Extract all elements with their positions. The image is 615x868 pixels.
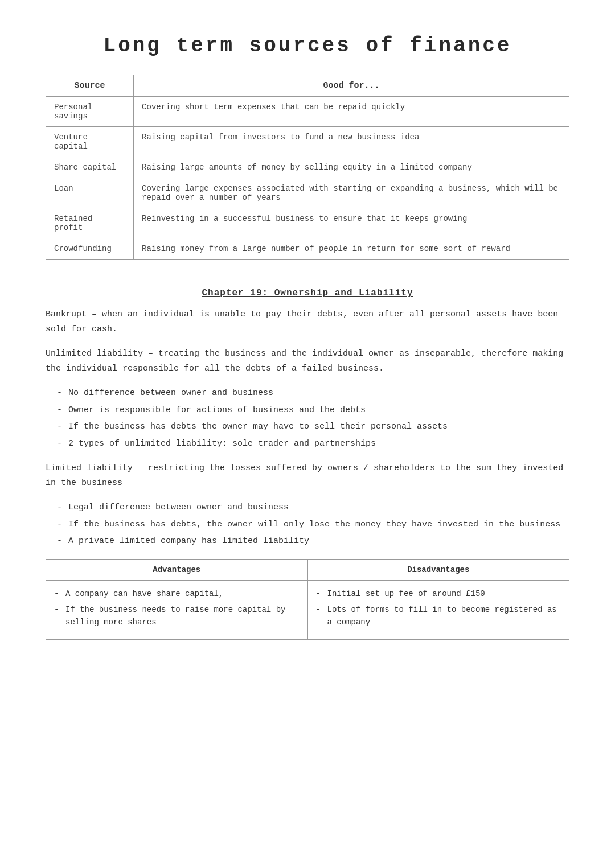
unlimited-liability-definition: Unlimited liability – treating the busin… [46, 347, 569, 376]
list-item: If the business has debts the owner may … [57, 419, 569, 434]
finance-goodfor-cell: Reinvesting in a successful business to … [134, 208, 569, 238]
list-item: Lots of forms to fill in to become regis… [316, 603, 561, 629]
list-item: Legal difference between owner and busin… [57, 500, 569, 515]
finance-table: Source Good for... Personal savingsCover… [46, 75, 569, 260]
list-item: A company can have share capital, [54, 587, 300, 600]
bankrupt-definition: Bankrupt – when an individual is unable … [46, 307, 569, 336]
limited-liability-bullets: Legal difference between owner and busin… [46, 500, 569, 549]
advantages-cell: A company can have share capital,If the … [46, 580, 308, 639]
finance-table-col1-header: Source [46, 75, 134, 97]
list-item: A private limited company has limited li… [57, 534, 569, 549]
advantages-disadvantages-table: Advantages Disadvantages A company can h… [46, 559, 569, 640]
finance-goodfor-cell: Covering short term expenses that can be… [134, 97, 569, 127]
finance-goodfor-cell: Raising capital from investors to fund a… [134, 127, 569, 157]
list-item: If the business has debts, the owner wil… [57, 517, 569, 532]
page-title: Long term sources of finance [46, 34, 569, 57]
chapter-title: Chapter 19: Ownership and Liability [46, 288, 569, 298]
finance-table-col2-header: Good for... [134, 75, 569, 97]
finance-goodfor-cell: Raising money from a large number of peo… [134, 238, 569, 260]
finance-table-row: CrowdfundingRaising money from a large n… [46, 238, 569, 260]
finance-table-row: Retained profitReinvesting in a successf… [46, 208, 569, 238]
list-item: 2 types of unlimited liability: sole tra… [57, 437, 569, 451]
finance-goodfor-cell: Covering large expenses associated with … [134, 178, 569, 208]
disadvantages-cell: Initial set up fee of around £150Lots of… [308, 580, 569, 639]
finance-source-cell: Crowdfunding [46, 238, 134, 260]
list-item: No difference between owner and business [57, 386, 569, 401]
finance-goodfor-cell: Raising large amounts of money by sellin… [134, 157, 569, 178]
finance-table-row: LoanCovering large expenses associated w… [46, 178, 569, 208]
finance-source-cell: Personal savings [46, 97, 134, 127]
finance-source-cell: Retained profit [46, 208, 134, 238]
advantages-header: Advantages [46, 559, 308, 580]
disadvantages-header: Disadvantages [308, 559, 569, 580]
unlimited-liability-bullets: No difference between owner and business… [46, 386, 569, 451]
limited-liability-definition: Limited liability – restricting the loss… [46, 461, 569, 490]
finance-table-row: Personal savingsCovering short term expe… [46, 97, 569, 127]
finance-source-cell: Venture capital [46, 127, 134, 157]
chapter-section: Chapter 19: Ownership and Liability Bank… [46, 288, 569, 640]
list-item: Owner is responsible for actions of busi… [57, 403, 569, 418]
finance-table-row: Share capitalRaising large amounts of mo… [46, 157, 569, 178]
finance-source-cell: Share capital [46, 157, 134, 178]
finance-table-row: Venture capitalRaising capital from inve… [46, 127, 569, 157]
finance-source-cell: Loan [46, 178, 134, 208]
list-item: If the business needs to raise more capi… [54, 603, 300, 629]
list-item: Initial set up fee of around £150 [316, 587, 561, 600]
